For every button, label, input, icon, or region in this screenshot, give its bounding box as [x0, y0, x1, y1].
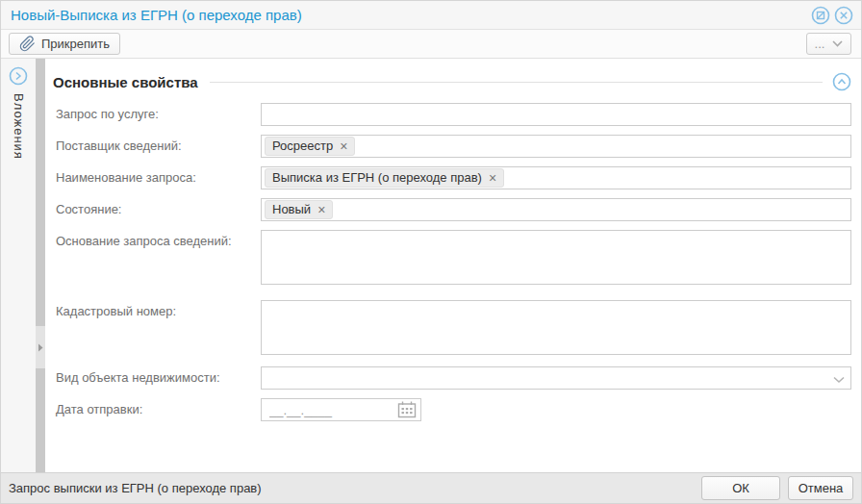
field-row-state: Состояние: Новый × — [56, 198, 851, 221]
property-type-input[interactable] — [261, 366, 851, 390]
window-title: Новый-Выписка из ЕГРН (о переходе прав) — [11, 7, 302, 23]
request-name-wrap: Выписка из ЕГРН (о переходе прав) × — [261, 166, 851, 189]
cadastral-number-textarea[interactable] — [261, 300, 851, 355]
field-row-cadastral-number: Кадастровый номер: — [56, 300, 851, 358]
send-date-field — [261, 398, 421, 421]
data-provider-tag-label: Росреестр — [272, 139, 333, 154]
field-row-data-provider: Поставщик сведений: Росреестр × — [56, 135, 851, 158]
paperclip-icon — [19, 36, 36, 52]
request-basis-wrap — [261, 230, 851, 288]
request-card-window: Новый-Выписка из ЕГРН (о переходе прав) — [0, 0, 862, 504]
state-label: Состояние: — [56, 198, 261, 216]
section-header: Основные свойства — [53, 72, 851, 91]
close-icon[interactable] — [834, 6, 853, 25]
field-row-request-basis: Основание запроса сведений: — [56, 230, 851, 288]
service-request-input[interactable] — [261, 103, 851, 126]
request-basis-label: Основание запроса сведений: — [56, 230, 261, 248]
more-actions-label: ... — [815, 37, 825, 51]
field-row-request-name: Наименование запроса: Выписка из ЕГРН (о… — [56, 166, 851, 189]
field-row-service-request: Запрос по услуге: — [56, 103, 851, 126]
property-type-wrap — [261, 366, 851, 390]
more-actions-button[interactable]: ... — [806, 33, 851, 55]
data-provider-tag: Росреестр × — [265, 137, 355, 156]
remove-tag-icon[interactable]: × — [317, 203, 325, 216]
property-type-label: Вид объекта недвижимости: — [56, 366, 261, 385]
request-name-tag-label: Выписка из ЕГРН (о переходе прав) — [272, 170, 482, 186]
request-name-label: Наименование запроса: — [56, 166, 261, 185]
remove-tag-icon[interactable]: × — [340, 139, 347, 153]
data-provider-field[interactable]: Росреестр × — [261, 135, 851, 158]
data-provider-wrap: Росреестр × — [261, 135, 851, 158]
section-divider — [210, 82, 823, 83]
data-provider-label: Поставщик сведений: — [56, 135, 261, 153]
service-request-label: Запрос по услуге: — [56, 103, 261, 121]
panel-splitter[interactable] — [36, 59, 45, 472]
footer-bar: Запрос выписки из ЕГРН (о переходе прав)… — [1, 472, 861, 503]
cadastral-number-wrap — [261, 300, 851, 358]
titlebar-icons — [811, 6, 853, 25]
state-wrap: Новый × — [261, 198, 851, 221]
dropdown-chevron-icon[interactable] — [833, 372, 845, 387]
form-content: Основные свойства Запрос по услуге: — [45, 59, 861, 472]
attachments-panel: Вложения — [1, 59, 36, 472]
attach-button[interactable]: Прикрепить — [9, 33, 120, 55]
footer-buttons: ОК Отмена — [701, 476, 853, 500]
attach-button-label: Прикрепить — [41, 37, 110, 51]
request-basis-textarea[interactable] — [261, 230, 851, 285]
send-date-input[interactable] — [262, 403, 393, 417]
field-row-property-type: Вид объекта недвижимости: — [56, 366, 851, 390]
field-row-send-date: Дата отправки: — [56, 398, 851, 421]
expand-attachments-icon[interactable] — [9, 66, 28, 86]
cadastral-number-label: Кадастровый номер: — [56, 300, 261, 318]
section-title: Основные свойства — [53, 74, 198, 90]
card-body: Вложения Основные свойства — [1, 59, 861, 472]
state-tag-label: Новый — [272, 202, 311, 217]
attachments-panel-label[interactable]: Вложения — [12, 93, 26, 160]
request-name-tag: Выписка из ЕГРН (о переходе прав) × — [265, 168, 504, 188]
request-name-field[interactable]: Выписка из ЕГРН (о переходе прав) × — [261, 166, 851, 189]
collapse-section-icon[interactable] — [832, 72, 851, 91]
state-tag: Новый × — [265, 200, 333, 219]
status-text: Запрос выписки из ЕГРН (о переходе прав) — [9, 481, 262, 495]
toolbar: Прикрепить ... — [1, 30, 861, 59]
open-in-window-icon[interactable] — [811, 6, 830, 25]
remove-tag-icon[interactable]: × — [489, 171, 496, 185]
cancel-button[interactable]: Отмена — [788, 476, 853, 500]
splitter-arrow-icon — [38, 343, 43, 352]
send-date-label: Дата отправки: — [56, 398, 261, 416]
ok-button[interactable]: ОК — [701, 476, 780, 500]
titlebar: Новый-Выписка из ЕГРН (о переходе прав) — [1, 1, 861, 30]
chevron-down-icon — [832, 40, 843, 47]
splitter-handle[interactable] — [36, 326, 45, 368]
state-field[interactable]: Новый × — [261, 198, 851, 221]
service-request-wrap — [261, 103, 851, 126]
calendar-icon[interactable] — [393, 399, 420, 420]
